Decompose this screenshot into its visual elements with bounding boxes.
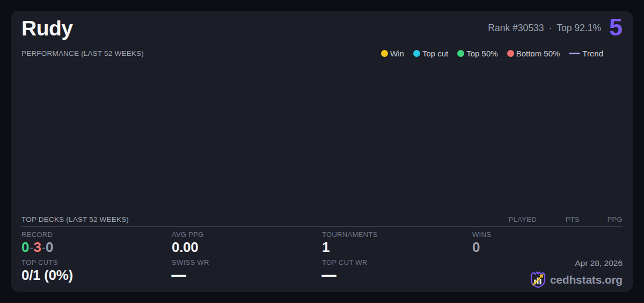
brand-row: cedhstats.org	[530, 271, 623, 288]
legend-label-bottom50: Bottom 50%	[516, 49, 560, 58]
swiss-wr-value: —	[172, 268, 322, 283]
top-cuts-label: TOP CUTS	[21, 258, 172, 266]
header-right: Rank #30533 · Top 92.1% 5	[488, 17, 623, 39]
player-stats-card: Rudy Rank #30533 · Top 92.1% 5 PERFORMAN…	[11, 11, 633, 292]
trend-line-icon	[569, 53, 580, 54]
avg-ppg-label: AVG PPG	[172, 230, 322, 239]
tournaments-label: TOURNAMENTS	[322, 230, 472, 239]
score-badge: 5	[609, 15, 623, 39]
top-cut-wr-value: —	[322, 268, 472, 283]
footer-date: Apr 28, 2026	[575, 258, 623, 268]
top-cuts-value: 0/1 (0%)	[21, 268, 172, 283]
stat-top-cut-wr: TOP CUT WR —	[322, 258, 472, 290]
chart-legend: Win Top cut Top 50% Bottom 50% Trend	[381, 49, 603, 58]
footer-brand-area: Apr 28, 2026 cedhstats.org	[472, 258, 623, 290]
stat-wins: WINS 0	[472, 230, 623, 258]
performance-header: PERFORMANCE (LAST 52 WEEKS) Win Top cut …	[21, 46, 603, 61]
stat-avg-ppg: AVG PPG 0.00	[172, 230, 322, 258]
record-draws: 0	[46, 239, 53, 255]
stat-tournaments: TOURNAMENTS 1	[322, 230, 472, 258]
top50-dot-icon	[457, 50, 464, 57]
avg-ppg-value: 0.00	[172, 240, 322, 255]
legend-label-top50: Top 50%	[466, 49, 497, 58]
column-header-pts: PTS	[537, 215, 580, 223]
bottom50-dot-icon	[507, 50, 514, 57]
player-name: Rudy	[21, 17, 73, 40]
brand-name: cedhstats.org	[550, 273, 623, 286]
wins-label: WINS	[472, 230, 623, 239]
rank-text: Rank #30533	[488, 23, 544, 34]
stats-grid: RECORD 0-3-0 AVG PPG 0.00 TOURNAMENTS 1 …	[21, 227, 623, 290]
legend-item-win: Win	[381, 49, 404, 58]
performance-section-title: PERFORMANCE (LAST 52 WEEKS)	[21, 49, 144, 57]
legend-label-trend: Trend	[582, 49, 603, 58]
legend-item-bottom50: Bottom 50%	[507, 49, 560, 58]
swiss-wr-label: SWISS WR	[172, 258, 322, 266]
legend-label-top-cut: Top cut	[422, 49, 448, 58]
stat-swiss-wr: SWISS WR —	[172, 258, 322, 290]
rank-separator-dot: ·	[548, 23, 552, 34]
record-losses: 3	[34, 239, 41, 255]
column-header-played: PLAYED	[494, 215, 537, 223]
stat-record: RECORD 0-3-0	[21, 230, 172, 258]
win-dot-icon	[381, 50, 388, 57]
top-decks-section-title: TOP DECKS (LAST 52 WEEKS)	[21, 215, 129, 223]
record-separator: -	[41, 239, 46, 255]
stat-top-cuts: TOP CUTS 0/1 (0%)	[21, 258, 172, 290]
rank-line: Rank #30533 · Top 92.1%	[488, 23, 601, 34]
tournaments-value: 1	[322, 240, 472, 255]
card-header: Rudy Rank #30533 · Top 92.1% 5	[21, 11, 623, 46]
top-cut-dot-icon	[413, 50, 420, 57]
top-cut-wr-label: TOP CUT WR	[322, 258, 472, 266]
column-header-ppg: PPG	[580, 215, 623, 223]
record-wins: 0	[21, 239, 29, 255]
wins-value: 0	[472, 240, 623, 255]
record-label: RECORD	[21, 230, 172, 239]
cedhstats-shield-logo-icon	[530, 271, 546, 288]
legend-item-trend: Trend	[569, 49, 603, 58]
top-decks-header: TOP DECKS (LAST 52 WEEKS) PLAYED PTS PPG	[21, 212, 623, 227]
legend-item-top50: Top 50%	[457, 49, 497, 58]
performance-chart	[21, 61, 623, 212]
record-separator: -	[29, 239, 33, 255]
legend-item-top-cut: Top cut	[413, 49, 448, 58]
legend-label-win: Win	[390, 49, 404, 58]
percentile-text: Top 92.1%	[557, 23, 601, 34]
record-value: 0-3-0	[21, 240, 172, 255]
